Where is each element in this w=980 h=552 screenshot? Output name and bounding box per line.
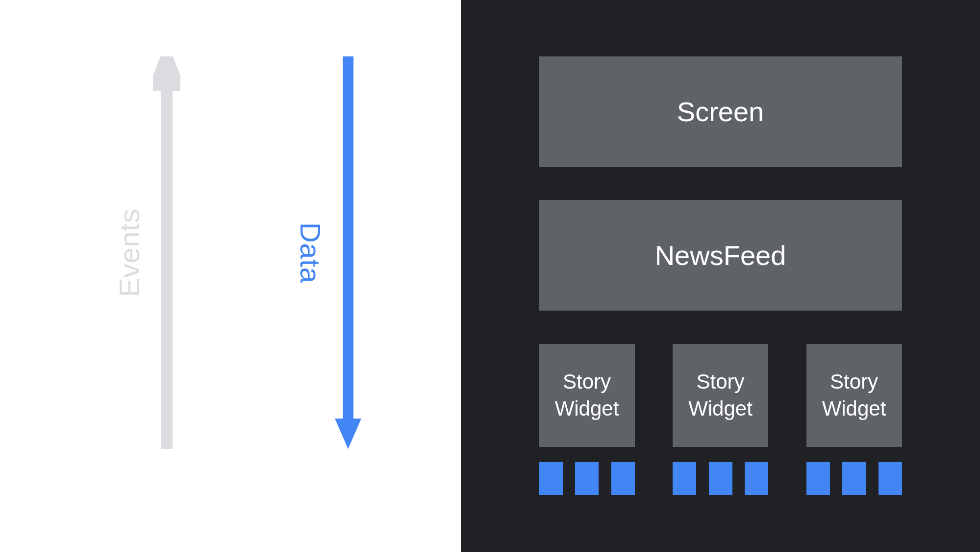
leaf-box [879, 462, 902, 495]
story-widget-label: StoryWidget [555, 368, 619, 422]
leaf-box [539, 462, 563, 495]
leaf-group [806, 462, 902, 495]
leaf-group [673, 462, 768, 495]
leaf-boxes-row [539, 462, 902, 495]
leaf-box [745, 462, 768, 495]
right-panel: Screen NewsFeed StoryWidget StoryWidget … [461, 0, 980, 552]
screen-label: Screen [677, 96, 764, 128]
leaf-group [539, 462, 635, 495]
data-arrow-group: Data [294, 56, 362, 449]
arrow-up-icon [153, 56, 180, 449]
widgets-row: StoryWidget StoryWidget StoryWidget [539, 344, 902, 447]
left-panel: Events Data [0, 0, 461, 552]
events-label: Events [113, 209, 146, 297]
screen-box: Screen [539, 56, 902, 167]
svg-marker-3 [335, 419, 361, 449]
story-widget-box: StoryWidget [806, 344, 902, 447]
arrow-down-icon [334, 56, 362, 449]
svg-rect-2 [343, 56, 353, 424]
leaf-box [611, 462, 635, 495]
story-widget-box: StoryWidget [673, 344, 768, 447]
events-arrow-group: Events [113, 56, 180, 449]
leaf-box [842, 462, 866, 495]
story-widget-label: StoryWidget [688, 368, 753, 422]
story-widget-box: StoryWidget [539, 344, 635, 447]
story-widget-label: StoryWidget [822, 368, 886, 422]
leaf-box [806, 462, 830, 495]
leaf-box [709, 462, 732, 495]
data-label: Data [294, 222, 327, 284]
leaf-box [575, 462, 599, 495]
leaf-box [673, 462, 696, 495]
newsfeed-label: NewsFeed [655, 239, 786, 271]
svg-rect-1 [161, 81, 172, 449]
newsfeed-box: NewsFeed [539, 200, 902, 311]
